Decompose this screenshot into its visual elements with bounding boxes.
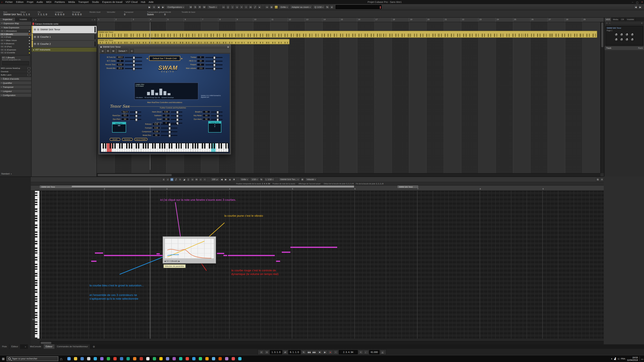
info-field[interactable]: Vélocité 0 [164,10,182,17]
write-icon[interactable]: W [111,49,116,53]
control-slider[interactable] [161,124,178,124]
param-slider[interactable] [205,57,222,58]
minimize-button[interactable]: – [632,1,633,3]
note-expression-item[interactable]: CC 12 (Contrôle [0,51,31,55]
info-field-value[interactable]: 7. 1. 1. 0 [38,13,55,15]
language-icon[interactable]: FRA [621,358,625,360]
control-value[interactable]: 50 [202,118,210,121]
inspector-tab[interactable]: Inspecteur [0,17,16,21]
info-field[interactable]: Nom SWAM SAX Tenor [3,10,21,17]
inspector-section[interactable]: ▸ Quantifier [0,81,31,85]
note-expression-item[interactable]: CC 7 (Main Volum [0,39,31,42]
solo-editor-icon[interactable]: s [162,177,166,181]
control-slider[interactable] [171,119,182,120]
param-value[interactable]: 0 [116,59,124,62]
param-value[interactable]: 10 [197,59,204,62]
plugin-keyboard[interactable] [100,143,229,152]
note-expression-item[interactable]: CC 11 (Expressio [0,48,31,51]
nav-down-icon[interactable]: ▼ [232,177,236,181]
redo-icon[interactable]: ▶ [161,5,165,9]
part-name-strip[interactable]: SWAM SAX Tenor [40,186,72,188]
track-row[interactable]: m s Couche 1 [32,34,96,41]
menu-item[interactable]: Fichier [4,1,14,3]
menu-item[interactable]: Partitions [53,1,66,3]
taskbar-app-icon[interactable] [138,356,144,362]
option-checkbox[interactable] [28,67,30,69]
control-slider[interactable] [211,119,223,120]
mute-button[interactable]: m [34,28,36,31]
inspector-section[interactable]: ▸ Transposer [0,85,31,89]
taskbar-app-icon[interactable] [158,356,164,362]
plugin-button[interactable]: Dynamic [122,138,133,141]
right-zone-tab[interactable]: CR [620,17,626,21]
info-field[interactable]: Début 1. 1. 1. 0 [20,10,38,17]
param-value[interactable]: C [197,63,204,66]
midi-event[interactable]: SWAM SAX Tenor [98,39,290,44]
inspector-section[interactable]: ▸ Édition d'accords [0,77,31,81]
control-value[interactable]: 64 [202,114,210,117]
quantize-panel-icon[interactable]: e [330,5,334,9]
read-automation-icon[interactable]: R [198,5,202,9]
control-slider[interactable] [171,115,182,116]
param-value[interactable]: -3.0 [197,67,204,70]
zone-tab[interactable]: MixConsole [28,345,44,349]
info-field-value[interactable]: SWAM SAX Tenor [3,13,21,15]
right-locator-display[interactable]: 6. 1. 1. 0 [288,350,300,354]
network-icon[interactable]: ▟ [614,358,616,360]
popup-parameter-bar[interactable]: ◀ CC 2 (Breath) ▶ [163,259,216,263]
controller-lane-dropdown[interactable]: Vélocité▾ [305,177,317,181]
rack-settings-icon[interactable]: ≡ [641,22,642,24]
quick-control-knob[interactable] [614,33,618,36]
arrange-vertical-scrollbar[interactable] [600,22,604,173]
transit-time-box[interactable]: Transit Time ▲▼ [208,121,221,133]
taskbar-app-icon[interactable] [105,356,112,362]
note-expression-item[interactable]: CC 8 (Balance) [0,42,31,45]
taskbar-app-icon[interactable] [98,356,105,362]
info-field[interactable]: Décalage 0. 0. 0. 0 [72,10,90,17]
close-lower-zone-icon[interactable]: × [23,346,28,348]
nav-up-icon[interactable]: ▲ [228,177,232,181]
taskbar-app-icon[interactable] [184,356,190,362]
taskbar-app-icon[interactable] [66,356,72,362]
zone-tab[interactable]: Commandes de l'échantillonneur [55,345,90,349]
arrange-ruler[interactable]: 1234567891011121314151617181920212223242… [97,17,604,22]
option-checkbox[interactable] [28,70,30,72]
track-settings-icon[interactable]: ≡ [94,18,95,21]
menu-item[interactable]: Espaces de travail [100,1,124,3]
time-warp-icon[interactable]: ~ [203,177,206,181]
taskbar-app-icon[interactable] [92,356,98,362]
quick-control-knob[interactable] [620,33,624,36]
object-selection-tool-icon[interactable]: ▭ [221,5,226,9]
preset-dropdown[interactable]: Default▾ [117,49,128,53]
taskbar-app-icon[interactable] [72,356,79,362]
piano-keys-column[interactable] [35,191,40,339]
editor-grid-dropdown[interactable]: Grille▾ [240,177,250,181]
quantize-dropdown[interactable]: Q 1/16▾ [313,5,325,9]
mute-tool-icon[interactable]: m [248,5,252,9]
solo-button[interactable]: s [37,28,40,31]
left-divider-arrow-icon[interactable]: ◀ [634,5,638,9]
volume-icon[interactable]: ◁ [618,358,619,360]
note-expression-popup[interactable]: ◀ CC 2 (Breath) ▶ [163,237,216,264]
right-divider-arrow-icon[interactable]: ▶ [638,5,642,9]
note-expression-item[interactable]: CC 4 (Foot) [0,36,31,39]
read-icon[interactable]: R [106,49,110,53]
editor-settings-icon[interactable]: ≡ [600,177,604,181]
control-value[interactable]: 0.00 [152,126,160,129]
right-zone-tab[interactable]: Visibilité [626,17,636,21]
play-icon[interactable]: ▶ [323,350,327,354]
note-expression-option[interactable]: Buffer Latch [0,73,31,77]
glue-tool-icon[interactable]: ∪ [235,5,239,9]
param-slider[interactable] [205,64,222,65]
range-tool-icon[interactable]: ▯ [226,5,230,9]
control-value[interactable]: 0.00 [162,110,170,113]
punch-in-icon[interactable]: ⊂ [259,350,264,354]
configurations-dropdown[interactable]: Configurations▾ [166,5,185,9]
select-tool-icon[interactable]: ▭ [170,177,174,181]
note-expression-item[interactable]: CC 1 (Modulation) [0,29,31,33]
taskbar-app-icon[interactable] [210,356,217,362]
cortana-mic-icon[interactable]: ⋂ [58,357,64,360]
io-channels-row[interactable]: Canaux d'entrée/de sortie [32,22,96,26]
info-field[interactable]: Transposer 0 [124,10,147,17]
quick-control-knob[interactable] [630,38,634,41]
